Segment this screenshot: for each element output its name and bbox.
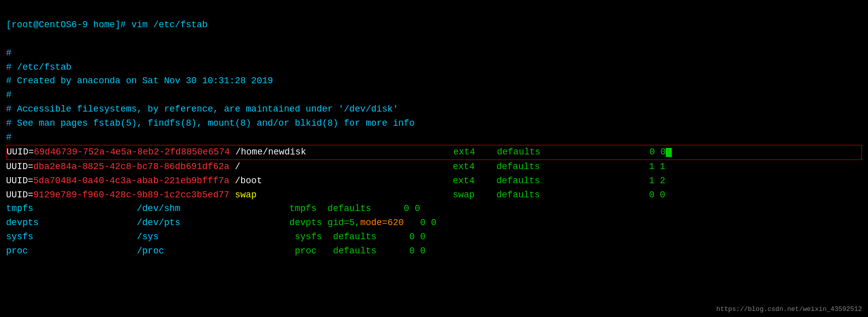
mount-sysfs: /sys bbox=[137, 232, 158, 242]
comment-line-4: # bbox=[6, 88, 862, 102]
device-tmpfs: tmpfs bbox=[6, 203, 33, 214]
mountpoint-1: / bbox=[229, 162, 453, 172]
fs-tmpfs: tmpfs bbox=[290, 203, 317, 214]
spacing2-1 bbox=[540, 162, 649, 172]
dp-proc: 0 0 bbox=[409, 246, 425, 256]
extra-row-0: tmpfs /dev/shm tmpfs defaults 0 0 bbox=[6, 202, 862, 216]
uuid-prefix-3: UUID= bbox=[6, 190, 33, 200]
comment-line-1: # bbox=[6, 46, 862, 61]
options-2: defaults bbox=[496, 176, 540, 186]
comment-line-5: # Accessible filesystems, by reference, … bbox=[6, 102, 862, 117]
sp9 bbox=[158, 232, 295, 242]
sp15 bbox=[377, 246, 410, 256]
opt-devpts-pre: gid=5, bbox=[327, 218, 360, 228]
sp0 bbox=[33, 203, 137, 214]
device-devpts: devpts bbox=[6, 218, 39, 228]
dp-tmpfs: 0 0 bbox=[404, 203, 420, 214]
dump-2: 1 2 bbox=[649, 176, 665, 186]
mount-tmpfs: /dev/shm bbox=[137, 203, 180, 214]
sp8 bbox=[33, 232, 137, 242]
fs-devpts: devpts bbox=[290, 218, 322, 228]
prompt-line: [root@CentOS6-9 home]# vim /etc/fstab bbox=[6, 4, 862, 32]
spacing-3 bbox=[475, 190, 496, 200]
mountpoint-0: /home/newdisk bbox=[230, 147, 453, 157]
dp-devpts: 0 0 bbox=[420, 218, 436, 228]
sp11 bbox=[377, 232, 410, 242]
device-sysfs: sysfs bbox=[6, 232, 33, 242]
uuid-prefix-0: UUID= bbox=[7, 147, 34, 157]
spacing2-2 bbox=[540, 176, 649, 186]
fstab-row-2: UUID=5da70484-0a40-4c3a-abab-221eb9bfff7… bbox=[6, 174, 862, 188]
fs-proc: proc bbox=[295, 246, 317, 256]
options-1: defaults bbox=[496, 162, 540, 172]
sp2 bbox=[317, 203, 328, 214]
extra-row-3: proc /proc proc defaults 0 0 bbox=[6, 244, 862, 258]
sp1 bbox=[181, 203, 290, 214]
cursor bbox=[666, 148, 672, 157]
device-proc: proc bbox=[6, 246, 28, 256]
comment-line-6: # See man pages fstab(5), findfs(8), mou… bbox=[6, 117, 862, 131]
uuid-value-1: dba2e84a-8825-42c8-bc78-86db691df62a bbox=[33, 162, 229, 172]
spacing-2 bbox=[475, 176, 496, 186]
watermark: https://blog.csdn.net/weixin_43592512 bbox=[716, 305, 862, 313]
mountpoint-2: /boot bbox=[229, 176, 453, 186]
comment-line-3: # Created by anaconda on Sat Nov 30 10:3… bbox=[6, 74, 862, 88]
prompt-text: [root@CentOS6-9 home]# vim /etc/fstab bbox=[6, 20, 208, 30]
blank-line-1 bbox=[6, 32, 862, 46]
dump-0: 0 0 bbox=[650, 147, 666, 157]
sp6 bbox=[322, 218, 328, 228]
extra-row-1: devpts /dev/pts devpts gid=5,mode=620 0 … bbox=[6, 216, 862, 230]
fstab-row-3: UUID=9129e789-f960-428c-9b89-1c2cc3b5ed7… bbox=[6, 188, 862, 202]
opt-sysfs: defaults bbox=[333, 232, 376, 242]
options-3: defaults bbox=[496, 190, 540, 200]
fstype-3: swap bbox=[453, 190, 475, 200]
uuid-value-2: 5da70484-0a40-4c3a-abab-221eb9bfff7a bbox=[33, 176, 229, 186]
extra-row-2: sysfs /sys sysfs defaults 0 0 bbox=[6, 230, 862, 244]
sp13 bbox=[164, 246, 295, 256]
spacing2-3 bbox=[540, 190, 649, 200]
mount-devpts: /dev/pts bbox=[137, 218, 180, 228]
uuid-prefix-2: UUID= bbox=[6, 176, 33, 186]
sp4 bbox=[39, 218, 137, 228]
opt-proc: defaults bbox=[333, 246, 376, 256]
uuid-value-0: 69d46739-752a-4e5a-8eb2-2fd8850e6574 bbox=[34, 147, 230, 157]
sp3 bbox=[371, 203, 404, 214]
sp10 bbox=[322, 232, 333, 242]
uuid-prefix-1: UUID= bbox=[6, 162, 33, 172]
spacing-swap bbox=[229, 190, 235, 200]
swap-label: swap bbox=[235, 190, 257, 200]
spacing3-3 bbox=[257, 190, 453, 200]
fs-sysfs: sysfs bbox=[295, 232, 322, 242]
sp14 bbox=[317, 246, 333, 256]
sp7 bbox=[404, 218, 420, 228]
spacing2-0 bbox=[541, 147, 650, 157]
fstype-2: ext4 bbox=[453, 176, 475, 186]
sp12 bbox=[28, 246, 137, 256]
dump-1: 1 1 bbox=[649, 162, 665, 172]
opt-devpts-mode: mode=620 bbox=[360, 218, 403, 228]
fstype-1: ext4 bbox=[453, 162, 475, 172]
comment-line-7: # bbox=[6, 131, 862, 145]
spacing-1 bbox=[475, 162, 496, 172]
dp-sysfs: 0 0 bbox=[409, 232, 425, 242]
uuid-value-3: 9129e789-f960-428c-9b89-1c2cc3b5ed77 bbox=[33, 190, 229, 200]
dump-3: 0 0 bbox=[649, 190, 665, 200]
options-0: defaults bbox=[497, 147, 540, 157]
mount-proc: /proc bbox=[137, 246, 164, 256]
fstype-0: ext4 bbox=[453, 147, 475, 157]
opt-tmpfs: defaults bbox=[327, 203, 371, 214]
fstab-row-highlighted: UUID=69d46739-752a-4e5a-8eb2-2fd8850e657… bbox=[6, 145, 862, 160]
comment-line-2: # /etc/fstab bbox=[6, 61, 862, 75]
spacing-0 bbox=[475, 147, 497, 157]
sp5 bbox=[181, 218, 290, 228]
fstab-row-1: UUID=dba2e84a-8825-42c8-bc78-86db691df62… bbox=[6, 160, 862, 174]
